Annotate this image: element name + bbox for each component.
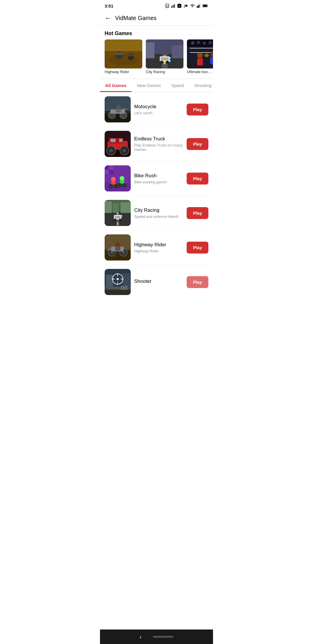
- game-name-bike: Bike Rush: [134, 173, 183, 179]
- game-desc-truck: Play Endless Truck on Crazy Games: [134, 143, 183, 152]
- svg-point-110: [110, 251, 113, 254]
- hot-game-highway-rider[interactable]: Highway Rider: [105, 39, 142, 74]
- game-desc-motocycle: Let's race!!: [134, 111, 183, 115]
- svg-rect-81: [105, 170, 109, 174]
- hot-game-boxing[interactable]: Ultimate box…: [187, 39, 213, 74]
- game-thumb-motocycle: [105, 96, 131, 122]
- svg-rect-7: [197, 6, 198, 8]
- tabs[interactable]: All Games New Games Speed Shooting Sport: [100, 79, 213, 92]
- game-info-motocycle: Motocycle Let's race!!: [131, 104, 187, 115]
- svg-rect-129: [105, 290, 131, 295]
- svg-rect-40: [210, 57, 213, 64]
- game-info-bike: Bike Rush Bike exciting game!: [131, 173, 187, 184]
- svg-point-36: [197, 53, 203, 58]
- hot-game-label-boxing: Ultimate box…: [187, 70, 213, 74]
- svg-point-44: [203, 42, 206, 45]
- game-name-highway-rider: Highway Rider: [134, 242, 183, 248]
- svg-rect-2: [171, 6, 172, 8]
- tab-all-games[interactable]: All Games: [100, 79, 132, 92]
- status-time: 3:51: [105, 3, 113, 8]
- svg-rect-28: [161, 57, 168, 60]
- play-button-truck[interactable]: Play: [187, 138, 208, 150]
- svg-rect-102: [115, 216, 121, 219]
- game-name-shooter: Shooter: [134, 278, 183, 284]
- svg-rect-8: [198, 6, 199, 8]
- game-info-city-racing: City Racing Speed and violence blend!: [131, 207, 187, 219]
- battery-icon: [203, 3, 208, 8]
- game-thumb-highway-rider: [105, 234, 131, 261]
- svg-text:V: V: [179, 5, 180, 7]
- game-thumb-shooter-list: [105, 269, 131, 295]
- hot-games-title: Hot Games: [100, 26, 213, 39]
- svg-rect-98: [105, 201, 112, 213]
- game-name-motocycle: Motocycle: [134, 104, 183, 110]
- back-button[interactable]: ←: [105, 14, 112, 22]
- svg-point-17: [128, 53, 134, 60]
- play-button-motocycle[interactable]: Play: [187, 104, 208, 115]
- svg-point-15: [109, 54, 138, 66]
- svg-point-32: [168, 60, 171, 62]
- hot-game-thumb-highway: [105, 39, 142, 68]
- svg-point-103: [114, 219, 117, 222]
- svg-point-86: [109, 184, 113, 189]
- svg-point-112: [122, 251, 125, 254]
- bottom-spacer: [100, 299, 213, 316]
- svg-rect-65: [116, 109, 121, 113]
- svg-rect-116: [108, 249, 113, 250]
- svg-point-29: [160, 61, 163, 64]
- sim-icon: [165, 3, 170, 8]
- svg-rect-19: [127, 55, 133, 56]
- game-desc-highway-rider: Highway Rider: [134, 249, 183, 253]
- svg-point-88: [120, 176, 124, 181]
- status-icons: V: [165, 3, 208, 8]
- tab-speed[interactable]: Speed: [166, 79, 189, 92]
- svg-rect-12: [203, 5, 207, 7]
- game-desc-bike: Bike exciting game!: [134, 180, 183, 184]
- svg-rect-80: [109, 165, 113, 170]
- svg-rect-120: [122, 273, 130, 288]
- play-button-bike[interactable]: Play: [187, 173, 208, 184]
- hot-game-label-city: City Racing: [146, 70, 183, 74]
- svg-rect-10: [200, 4, 201, 8]
- svg-rect-115: [115, 247, 120, 251]
- svg-rect-99: [113, 203, 119, 213]
- hot-games-section: Hot Games Highway Rider: [100, 26, 213, 79]
- svg-rect-3: [173, 5, 174, 8]
- svg-rect-119: [106, 275, 113, 288]
- header-title: VidMate Games: [115, 15, 156, 21]
- svg-point-43: [197, 41, 200, 44]
- svg-rect-79: [105, 165, 109, 170]
- signal-icon: [196, 3, 201, 8]
- svg-point-77: [122, 149, 126, 153]
- game-row-bike-rush: Bike Rush Bike exciting game! Play: [105, 161, 208, 196]
- game-thumb-city-racing: [105, 200, 131, 226]
- game-thumb-truck: [105, 131, 131, 157]
- hot-game-label-highway: Highway Rider: [105, 70, 142, 74]
- svg-point-104: [119, 219, 122, 222]
- svg-rect-73: [119, 139, 123, 142]
- play-button-shooter[interactable]: Play: [187, 276, 208, 288]
- svg-point-90: [117, 183, 122, 188]
- hot-game-city-racing[interactable]: City Racing: [146, 39, 183, 74]
- game-name-city-racing: City Racing: [134, 207, 183, 213]
- game-info-truck: Endless Truck Play Endless Truck on Craz…: [131, 136, 187, 152]
- svg-rect-37: [197, 58, 203, 66]
- svg-rect-97: [117, 222, 118, 225]
- hot-game-thumb-boxing: [187, 39, 213, 68]
- play-button-city-racing[interactable]: Play: [187, 207, 208, 219]
- svg-point-75: [109, 149, 113, 153]
- tab-new-games[interactable]: New Games: [132, 79, 166, 92]
- tab-shooting[interactable]: Shooting: [189, 79, 213, 92]
- svg-rect-100: [121, 202, 131, 213]
- game-row-shooter: Shooter Play: [105, 265, 208, 299]
- svg-rect-18: [116, 53, 123, 55]
- game-name-truck: Endless Truck: [134, 136, 183, 142]
- svg-rect-127: [108, 287, 122, 289]
- hot-games-scroll[interactable]: Highway Rider: [100, 39, 213, 79]
- svg-point-105: [121, 215, 122, 217]
- play-button-highway-rider[interactable]: Play: [187, 242, 208, 254]
- svg-rect-82: [109, 170, 113, 174]
- svg-rect-1: [166, 6, 168, 7]
- svg-rect-4: [174, 4, 175, 8]
- cast-icon: [183, 3, 188, 8]
